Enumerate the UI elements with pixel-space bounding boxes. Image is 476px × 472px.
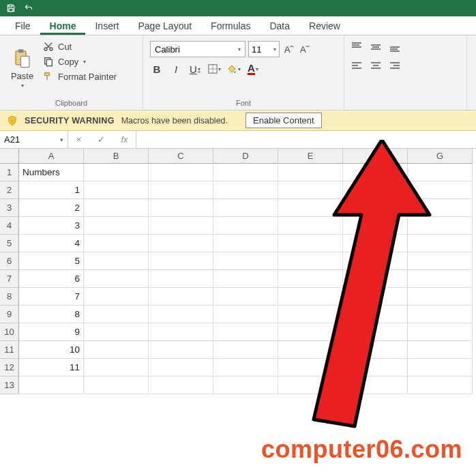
row-header[interactable]: 5 bbox=[0, 235, 19, 252]
cell[interactable] bbox=[343, 306, 408, 323]
align-center-button[interactable] bbox=[370, 61, 381, 74]
cell[interactable] bbox=[278, 217, 343, 235]
column-header[interactable]: B bbox=[84, 149, 149, 164]
borders-button[interactable]: ▾ bbox=[207, 61, 221, 76]
cell[interactable] bbox=[84, 181, 149, 199]
cell[interactable] bbox=[213, 306, 278, 323]
cell[interactable]: 8 bbox=[19, 306, 84, 323]
cell[interactable] bbox=[343, 270, 408, 288]
cell[interactable]: 2 bbox=[19, 199, 84, 217]
row-header[interactable]: 10 bbox=[0, 323, 19, 341]
confirm-formula-button[interactable]: ✓ bbox=[98, 134, 105, 145]
fill-color-button[interactable]: ▾ bbox=[226, 61, 241, 76]
cell[interactable] bbox=[408, 199, 473, 217]
cell[interactable] bbox=[343, 199, 408, 217]
cell[interactable] bbox=[408, 181, 473, 199]
cell[interactable] bbox=[19, 377, 84, 394]
format-painter-button[interactable]: Format Painter bbox=[43, 71, 117, 82]
column-header[interactable]: D bbox=[213, 149, 278, 164]
cell[interactable] bbox=[278, 288, 343, 306]
cell[interactable] bbox=[149, 181, 213, 199]
cell[interactable] bbox=[84, 252, 149, 270]
cell[interactable] bbox=[84, 377, 149, 394]
cell[interactable]: 11 bbox=[19, 359, 84, 377]
tab-insert[interactable]: Insert bbox=[85, 17, 128, 35]
cell[interactable] bbox=[278, 359, 343, 377]
tab-file[interactable]: File bbox=[5, 17, 40, 35]
cell[interactable] bbox=[408, 252, 473, 270]
cell[interactable] bbox=[84, 306, 149, 323]
paste-button[interactable]: Paste ▾ bbox=[7, 38, 38, 98]
formula-input[interactable] bbox=[136, 131, 476, 148]
tab-page-layout[interactable]: Page Layout bbox=[128, 17, 201, 35]
row-header[interactable]: 13 bbox=[0, 377, 19, 394]
cell[interactable] bbox=[278, 252, 343, 270]
cell[interactable] bbox=[149, 323, 213, 341]
font-name-select[interactable]: Calibri ▾ bbox=[150, 41, 246, 57]
cell[interactable] bbox=[343, 288, 408, 306]
cell[interactable] bbox=[408, 341, 473, 359]
cell[interactable] bbox=[408, 164, 473, 181]
cut-button[interactable]: Cut bbox=[43, 41, 117, 52]
cell[interactable] bbox=[213, 199, 278, 217]
cell[interactable] bbox=[149, 252, 213, 270]
row-header[interactable]: 9 bbox=[0, 306, 19, 323]
cell[interactable] bbox=[343, 359, 408, 377]
underline-button[interactable]: U▾ bbox=[188, 61, 202, 76]
column-header[interactable]: G bbox=[408, 149, 473, 164]
cell[interactable] bbox=[149, 235, 213, 252]
italic-button[interactable]: I bbox=[169, 61, 183, 76]
cell[interactable] bbox=[213, 217, 278, 235]
cell[interactable] bbox=[408, 270, 473, 288]
cell[interactable] bbox=[278, 199, 343, 217]
cell[interactable] bbox=[213, 181, 278, 199]
cell[interactable] bbox=[343, 181, 408, 199]
cell[interactable] bbox=[84, 323, 149, 341]
cell[interactable] bbox=[278, 323, 343, 341]
cell[interactable] bbox=[149, 164, 213, 181]
row-header[interactable]: 1 bbox=[0, 164, 19, 181]
cell[interactable] bbox=[278, 341, 343, 359]
cell[interactable]: 3 bbox=[19, 217, 84, 235]
cell[interactable] bbox=[343, 341, 408, 359]
cell[interactable] bbox=[408, 288, 473, 306]
tab-home[interactable]: Home bbox=[40, 17, 86, 35]
row-header[interactable]: 3 bbox=[0, 199, 19, 217]
cell[interactable] bbox=[213, 288, 278, 306]
cell[interactable] bbox=[149, 377, 213, 394]
row-header[interactable]: 8 bbox=[0, 288, 19, 306]
cell[interactable] bbox=[149, 359, 213, 377]
cell[interactable] bbox=[278, 377, 343, 394]
cell[interactable] bbox=[278, 235, 343, 252]
cell[interactable] bbox=[408, 217, 473, 235]
cell[interactable] bbox=[84, 217, 149, 235]
cell[interactable] bbox=[408, 323, 473, 341]
tab-data[interactable]: Data bbox=[260, 17, 299, 35]
undo-icon[interactable] bbox=[23, 3, 34, 14]
enable-content-button[interactable]: Enable Content bbox=[246, 113, 322, 128]
cell[interactable]: 4 bbox=[19, 235, 84, 252]
cell[interactable] bbox=[84, 341, 149, 359]
cell[interactable]: 9 bbox=[19, 323, 84, 341]
row-header[interactable]: 4 bbox=[0, 217, 19, 235]
cell[interactable]: 6 bbox=[19, 270, 84, 288]
align-bottom-button[interactable] bbox=[389, 42, 400, 55]
cell[interactable] bbox=[213, 359, 278, 377]
select-all-corner[interactable] bbox=[0, 149, 19, 164]
row-header[interactable]: 7 bbox=[0, 270, 19, 288]
cell[interactable] bbox=[84, 288, 149, 306]
cell[interactable] bbox=[408, 359, 473, 377]
cell[interactable] bbox=[213, 323, 278, 341]
cell[interactable] bbox=[408, 306, 473, 323]
row-header[interactable]: 6 bbox=[0, 252, 19, 270]
name-box[interactable]: A21 ▾ bbox=[0, 131, 68, 148]
copy-button[interactable]: Copy ▾ bbox=[43, 56, 117, 67]
row-header[interactable]: 11 bbox=[0, 341, 19, 359]
cell[interactable] bbox=[408, 377, 473, 394]
align-left-button[interactable] bbox=[351, 61, 362, 74]
cell[interactable]: 1 bbox=[19, 181, 84, 199]
font-color-button[interactable]: A ▾ bbox=[246, 61, 260, 76]
cell[interactable] bbox=[213, 377, 278, 394]
cell[interactable] bbox=[213, 252, 278, 270]
cell[interactable] bbox=[343, 252, 408, 270]
